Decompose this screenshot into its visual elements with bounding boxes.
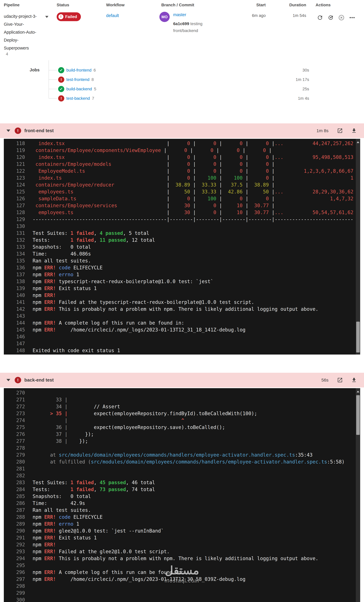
success-icon: ✓ [58, 86, 64, 92]
line-number: 281 [4, 465, 25, 472]
scrollbar-thumb[interactable] [356, 395, 360, 435]
line-number: 125 [4, 188, 25, 195]
chevron-down-icon[interactable] [6, 379, 10, 381]
avatar[interactable]: MO [159, 12, 170, 22]
line-number: 286 [4, 500, 25, 507]
log-terminal-frontend[interactable]: 118 index.tsx | 0 | 0 | 0 | 0 |... 44,24… [4, 139, 360, 355]
line-number: 120 [4, 154, 25, 161]
rerun-icon[interactable] [317, 14, 323, 21]
scroll-up-button[interactable] [356, 140, 360, 144]
line-number: 279 [4, 452, 25, 458]
section-header-front-end-test[interactable]: ! front-end test 1m 8s [0, 123, 364, 138]
log-line: 294npm ERR! This is probably not a probl… [4, 555, 360, 562]
section-duration: 1m 8s [316, 128, 329, 133]
section-header-back-end-test[interactable]: ! back-end test 56s [0, 373, 364, 387]
line-number: 280 [4, 458, 25, 465]
log-terminal-backend[interactable]: 270271 33 |272 34 | // Assert273 > 35 | … [4, 388, 360, 602]
log-line: 283Test Suites: 1 failed, 45 passed, 46 … [4, 479, 360, 486]
line-number: 282 [4, 472, 25, 479]
line-number: 288 [4, 514, 25, 520]
pipeline-name: udacity-project-3-Give-Your-Application-… [4, 12, 42, 52]
job-link[interactable]: build-frontend [66, 68, 92, 73]
log-line: 131Test Suites: 1 failed, 4 passed, 5 to… [4, 230, 360, 236]
log-line: 290npm ERR! glee2@1.0.0 test: `jest --ru… [4, 527, 360, 534]
column-header-branch-commit: Branch / Commit [161, 3, 194, 7]
log-line: 300 [4, 596, 360, 602]
log-line: 287Ran all test suites. [4, 507, 360, 514]
log-line: 129-------------------------------------… [4, 216, 360, 223]
rerun-from-failed-icon[interactable] [327, 14, 334, 21]
terminal-scrollbar[interactable] [356, 388, 360, 602]
job-link[interactable]: test-backend [66, 96, 90, 101]
job-duration: 1m 17s [296, 77, 309, 82]
line-number: 122 [4, 168, 25, 174]
log-line: 142npm ERR! This is probably not a probl… [4, 306, 360, 312]
log-line: 292npm ERR! [4, 541, 360, 548]
log-line: 277 38 | }); [4, 438, 360, 445]
log-line: 123 index.ts | 0 | 100 | 100 | 0 | 1 [4, 174, 360, 181]
log-line: 299 [4, 590, 360, 596]
line-number: 283 [4, 479, 25, 486]
log-line: 135Ran all test suites. [4, 257, 360, 264]
line-number: 292 [4, 541, 25, 548]
log-line: 291npm ERR! Exit status 1 [4, 534, 360, 541]
log-line: 132Tests: 1 failed, 11 passed, 12 total [4, 236, 360, 244]
line-number: 140 [4, 292, 25, 299]
log-line: 118 index.tsx | 0 | 0 | 0 | 0 |... 44,24… [4, 140, 360, 147]
line-number: 137 [4, 271, 25, 278]
actions-cell [317, 14, 355, 21]
open-in-new-icon[interactable] [337, 377, 343, 383]
download-icon[interactable] [351, 377, 357, 383]
chevron-down-icon[interactable] [6, 129, 10, 132]
log-line: 125 employees.ts | 50 | 33.33 | 42.86 | … [4, 188, 360, 195]
line-number: 127 [4, 202, 25, 209]
log-line: 288npm ERR! code ELIFECYCLE [4, 514, 360, 520]
column-header-pipeline: Pipeline [4, 3, 20, 7]
line-number: 135 [4, 257, 25, 264]
start-time: 6m ago [252, 13, 266, 18]
line-number: 141 [4, 299, 25, 306]
log-line: 126 sampleData.ts | 0 | 100 | 0 | 0 | 1,… [4, 195, 360, 202]
line-number: 139 [4, 285, 25, 292]
scroll-up-button[interactable] [356, 389, 360, 394]
log-line: 144npm ERR! A complete log of this run c… [4, 319, 360, 326]
log-line: 284Tests: 1 failed, 73 passed, 74 total [4, 486, 360, 493]
cancel-icon[interactable] [338, 14, 345, 21]
line-number: 133 [4, 244, 25, 250]
column-header-status: Status [57, 3, 69, 7]
job-number: 5 [94, 87, 96, 91]
branch-link[interactable]: master [173, 12, 186, 17]
workflow-link[interactable]: default [106, 13, 119, 18]
line-number: 276 [4, 431, 25, 438]
log-line: 285Snapshots: 0 total [4, 493, 360, 500]
tree-connector [49, 70, 57, 70]
log-line: 141npm ERR! Failed at the typescript-rea… [4, 299, 360, 306]
line-number: 294 [4, 555, 25, 562]
column-header-actions: Actions [316, 3, 331, 7]
download-icon[interactable] [351, 128, 357, 134]
log-line: 280 at fulfilled (src/modules/domain/emp… [4, 458, 360, 465]
job-duration: 1m 4s [298, 96, 309, 101]
tree-connector [49, 79, 57, 80]
log-line: 279 at src/modules/domain/employees/comm… [4, 452, 360, 458]
terminal-scrollbar[interactable] [356, 139, 360, 355]
failed-icon: ! [58, 95, 64, 101]
line-number: 290 [4, 527, 25, 534]
job-row-test-backend: ! test-backend 7 1m 4s [49, 95, 309, 102]
job-row-build-backend: ✓ build-backend 5 25s [49, 86, 309, 92]
log-line: 276 37 | }); [4, 431, 360, 438]
line-number: 128 [4, 209, 25, 216]
job-link[interactable]: test-frontend [66, 77, 89, 82]
chevron-down-icon[interactable] [45, 16, 48, 18]
line-number: 273 [4, 410, 25, 417]
open-in-new-icon[interactable] [337, 128, 343, 134]
job-link[interactable]: build-backend [66, 87, 92, 91]
log-line: 127 containers/Employee/services | 30 | … [4, 202, 360, 209]
scrollbar-thumb[interactable] [356, 322, 360, 353]
line-number: 148 [4, 347, 25, 354]
log-line: 273 > 35 | expect(employeeRepository.fin… [4, 410, 360, 417]
line-number: 134 [4, 250, 25, 257]
log-line: 271 33 | [4, 396, 360, 403]
more-options-icon[interactable] [349, 14, 355, 21]
log-output: 270271 33 |272 34 | // Assert273 > 35 | … [4, 388, 360, 602]
